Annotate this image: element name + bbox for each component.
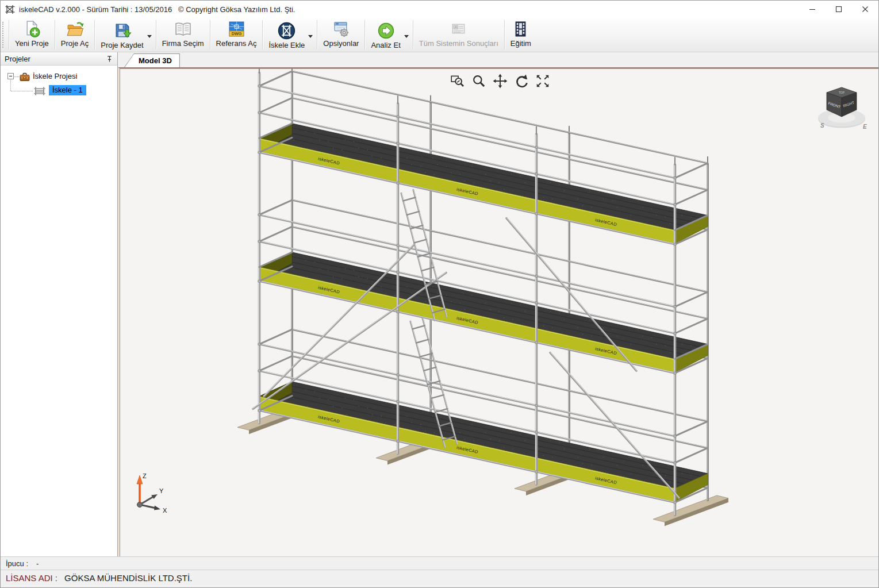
pan-icon[interactable] (492, 73, 508, 89)
main-toolbar: Yeni Proje Proje Aç Proj (1, 18, 878, 52)
axis-x-label: X (163, 507, 167, 514)
toolbar-separator (156, 20, 156, 49)
toolbar-separator (364, 20, 365, 49)
open-project-icon (66, 20, 85, 39)
viewcube-south-label[interactable]: S (820, 122, 824, 129)
analyze-label: Analiz Et (371, 41, 400, 49)
save-project-label: Proje Kaydet (101, 41, 143, 49)
tree-item-scaffold-label[interactable]: İskele - 1 (49, 85, 86, 95)
license-label: LİSANS ADI : (6, 573, 57, 583)
app-logo-icon (5, 5, 15, 14)
axis-y-label: Y (159, 487, 164, 494)
new-project-label: Yeni Proje (15, 39, 49, 48)
title-bar: iskeleCAD v.2.000 - Sürüm Tarihi : 13/05… (1, 1, 878, 18)
close-button[interactable] (852, 1, 878, 18)
tree-expander-icon[interactable] (7, 73, 14, 79)
scaffold-item-icon (34, 87, 45, 95)
company-select-icon (174, 20, 193, 39)
projects-panel-header: Projeler (1, 52, 117, 66)
open-project-label: Proje Aç (61, 39, 89, 48)
company-select-button[interactable]: Firma Seçim (157, 18, 209, 51)
tree-connector (11, 91, 33, 91)
system-results-label: Tüm Sistemin Sonuçları (419, 39, 498, 48)
options-label: Opsiyonlar (323, 39, 359, 48)
reference-open-label: Referans Aç (216, 39, 257, 48)
toolbar-separator (210, 20, 210, 49)
add-scaffold-button[interactable]: İskele Ekle (263, 20, 310, 50)
tree-connector (10, 78, 11, 91)
hint-status-bar: İpucu : - (1, 556, 878, 570)
new-project-button[interactable]: Yeni Proje (10, 18, 54, 51)
briefcase-icon (20, 72, 30, 81)
zoom-fit-icon[interactable] (535, 73, 551, 89)
training-button[interactable]: Eğitim (505, 18, 536, 51)
toolbar-separator (94, 20, 95, 49)
new-project-icon (22, 20, 41, 39)
toolbar-separator (55, 20, 55, 49)
app-body: Projeler (1, 52, 878, 556)
viewport-toolbar (450, 73, 551, 89)
save-project-group: Proje Kaydet (95, 18, 155, 51)
zoom-window-icon[interactable] (450, 73, 466, 89)
tab-model-3d-label: Model 3D (125, 54, 179, 67)
toolbar-separator (9, 20, 9, 49)
window-controls (799, 1, 878, 18)
add-scaffold-label: İskele Ekle (268, 41, 305, 49)
toolbar-separator (317, 20, 317, 49)
window-bottom-edge (1, 585, 878, 587)
save-project-icon (113, 21, 132, 40)
tab-model-3d[interactable]: Model 3D (124, 53, 180, 67)
projects-panel: Projeler (1, 52, 118, 556)
view-cube[interactable]: S E TOP FRONT RIGHT (814, 83, 870, 134)
hint-value: - (36, 559, 39, 568)
zoom-icon[interactable] (471, 73, 487, 89)
axis-triad: Z Y X (130, 470, 178, 518)
app-window: iskeleCAD v.2.000 - Sürüm Tarihi : 13/05… (0, 0, 879, 588)
save-dropdown-caret[interactable] (147, 35, 152, 38)
pin-icon[interactable] (106, 55, 113, 63)
reference-open-button[interactable]: DWG Referans Aç (211, 18, 262, 51)
toolbar-separator (413, 20, 413, 49)
system-results-button[interactable]: A Tüm Sistemin Sonuçları (414, 18, 504, 51)
tree-connector (14, 76, 19, 77)
axis-z-label: Z (143, 472, 147, 479)
maximize-button[interactable] (826, 1, 852, 18)
tree-item-project-label[interactable]: İskele Projesi (33, 72, 77, 80)
project-tree: İskele Projesi İskele - 1 (1, 66, 117, 556)
model-3d-viewport[interactable]: iskeleCADiskeleCADiskeleCADiskeleCADiske… (118, 67, 878, 556)
main-area: Model 3D iskeleCADiskeleCADiskeleCADiske… (118, 52, 878, 556)
add-scaffold-dropdown-caret[interactable] (308, 35, 313, 38)
scaffold-3d-model[interactable]: iskeleCADiskeleCADiskeleCADiskeleCADiske… (120, 68, 878, 556)
tab-strip: Model 3D (118, 52, 878, 67)
training-label: Eğitim (510, 39, 531, 48)
analyze-dropdown-caret[interactable] (404, 35, 409, 38)
minimize-button[interactable] (799, 1, 826, 18)
rotate-icon[interactable] (513, 73, 529, 89)
training-film-icon (511, 20, 530, 39)
save-project-button[interactable]: Proje Kaydet (95, 20, 148, 50)
viewcube-east-label[interactable]: E (863, 124, 867, 130)
analyze-button[interactable]: Analiz Et (366, 20, 405, 50)
hint-label: İpucu : (6, 559, 28, 568)
license-status-bar: LİSANS ADI : GÖKSA MÜHENDİSLİK LTD.ŞTİ. (1, 570, 878, 585)
dwg-badge-text: DWG (231, 31, 241, 36)
system-results-icon: A (449, 20, 468, 39)
analyze-group: Analiz Et (366, 18, 412, 51)
company-select-label: Firma Seçim (162, 39, 204, 48)
results-letter-glyph: A (455, 25, 457, 29)
analyze-icon (377, 21, 396, 40)
add-scaffold-group: İskele Ekle (263, 18, 316, 51)
toolbar-separator (504, 20, 505, 49)
projects-panel-title: Projeler (5, 55, 30, 63)
window-title: iskeleCAD v.2.000 - Sürüm Tarihi : 13/05… (19, 5, 295, 14)
open-project-button[interactable]: Proje Aç (56, 18, 94, 51)
options-icon (332, 20, 351, 39)
toolbar-separator (262, 20, 263, 49)
license-value: GÖKSA MÜHENDİSLİK LTD.ŞTİ. (64, 573, 192, 583)
toolbar-grip[interactable] (2, 22, 6, 48)
add-scaffold-icon (277, 21, 296, 40)
reference-open-dwg-icon: DWG (227, 20, 246, 39)
viewcube-top-label[interactable]: TOP (839, 91, 845, 94)
options-button[interactable]: Opsiyonlar (318, 18, 364, 51)
